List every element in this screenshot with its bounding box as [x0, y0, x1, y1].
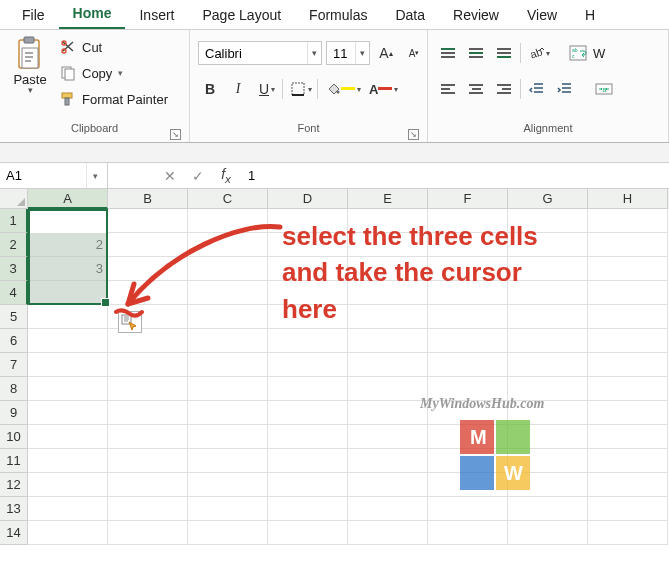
font-name-input[interactable] [199, 42, 307, 64]
cell[interactable] [188, 353, 268, 377]
copy-button[interactable]: Copy ▾ [58, 62, 170, 84]
cell[interactable] [348, 497, 428, 521]
wrap-text-button[interactable]: abc W [569, 41, 605, 65]
cell[interactable] [28, 281, 108, 305]
column-header-c[interactable]: C [188, 189, 268, 209]
borders-button[interactable]: ▾ [287, 77, 313, 101]
column-header-d[interactable]: D [268, 189, 348, 209]
cut-button[interactable]: Cut [58, 36, 170, 58]
cell[interactable] [188, 209, 268, 233]
row-header[interactable]: 5 [0, 305, 28, 329]
tab-data[interactable]: Data [381, 1, 439, 29]
cell[interactable] [428, 521, 508, 545]
cell[interactable] [588, 401, 668, 425]
row-header[interactable]: 6 [0, 329, 28, 353]
orientation-button[interactable]: ab ▾ [525, 41, 551, 65]
tab-file[interactable]: File [8, 1, 59, 29]
font-size-select[interactable]: ▾ [326, 41, 370, 65]
column-header-e[interactable]: E [348, 189, 428, 209]
align-middle-button[interactable] [464, 41, 488, 65]
row-header[interactable]: 7 [0, 353, 28, 377]
cell[interactable] [508, 377, 588, 401]
cell[interactable] [188, 497, 268, 521]
increase-indent-button[interactable] [553, 77, 577, 101]
cell[interactable] [108, 257, 188, 281]
cell[interactable] [508, 473, 588, 497]
row-header[interactable]: 2 [0, 233, 28, 257]
cell[interactable] [588, 233, 668, 257]
cell[interactable] [108, 497, 188, 521]
tab-review[interactable]: Review [439, 1, 513, 29]
cell[interactable] [28, 353, 108, 377]
tab-home[interactable]: Home [59, 0, 126, 29]
cell[interactable] [268, 401, 348, 425]
align-top-button[interactable] [436, 41, 460, 65]
column-header-g[interactable]: G [508, 189, 588, 209]
tab-formulas[interactable]: Formulas [295, 1, 381, 29]
row-header[interactable]: 10 [0, 425, 28, 449]
cell[interactable] [28, 377, 108, 401]
row-header[interactable]: 14 [0, 521, 28, 545]
cell[interactable] [188, 425, 268, 449]
cancel-formula-button[interactable]: ✕ [156, 163, 184, 188]
row-header[interactable]: 8 [0, 377, 28, 401]
cell[interactable] [28, 401, 108, 425]
cell[interactable] [588, 449, 668, 473]
row-header[interactable]: 13 [0, 497, 28, 521]
cell[interactable] [108, 401, 188, 425]
column-header-a[interactable]: A [28, 189, 108, 209]
enter-formula-button[interactable]: ✓ [184, 163, 212, 188]
cell[interactable] [508, 329, 588, 353]
cell[interactable] [268, 353, 348, 377]
cell[interactable] [588, 425, 668, 449]
cell[interactable] [588, 305, 668, 329]
column-header-f[interactable]: F [428, 189, 508, 209]
cell[interactable] [428, 425, 508, 449]
autofill-options-button[interactable] [118, 311, 142, 333]
cell[interactable] [588, 209, 668, 233]
cell[interactable] [188, 233, 268, 257]
tab-more[interactable]: H [571, 1, 609, 29]
cell[interactable] [348, 425, 428, 449]
cell[interactable] [428, 449, 508, 473]
cell[interactable] [108, 233, 188, 257]
cell[interactable] [188, 257, 268, 281]
cell[interactable] [348, 377, 428, 401]
merge-center-button[interactable]: a [595, 77, 613, 101]
column-header-b[interactable]: B [108, 189, 188, 209]
cell[interactable] [588, 353, 668, 377]
cell[interactable] [268, 377, 348, 401]
cell[interactable] [188, 305, 268, 329]
cell[interactable] [268, 521, 348, 545]
cell[interactable] [508, 521, 588, 545]
cell[interactable] [28, 473, 108, 497]
cell[interactable] [188, 329, 268, 353]
cell[interactable] [108, 449, 188, 473]
font-dialog-launcher[interactable]: ↘ [408, 129, 419, 140]
row-header[interactable]: 3 [0, 257, 28, 281]
cell[interactable] [508, 401, 588, 425]
font-name-select[interactable]: ▾ [198, 41, 322, 65]
cell[interactable] [28, 425, 108, 449]
italic-button[interactable]: I [226, 77, 250, 101]
cell[interactable] [348, 473, 428, 497]
font-size-input[interactable] [327, 42, 355, 64]
cell[interactable] [28, 497, 108, 521]
cell[interactable] [268, 473, 348, 497]
align-center-button[interactable] [464, 77, 488, 101]
cell[interactable] [428, 473, 508, 497]
cell-a1[interactable]: 1 [28, 209, 108, 233]
underline-button[interactable]: U▾ [254, 77, 278, 101]
cell[interactable] [28, 305, 108, 329]
align-bottom-button[interactable] [492, 41, 516, 65]
cell[interactable] [188, 377, 268, 401]
font-color-button[interactable]: A ▾ [366, 77, 399, 101]
cell[interactable] [108, 521, 188, 545]
cell[interactable] [108, 473, 188, 497]
cell[interactable] [588, 521, 668, 545]
cell[interactable] [28, 329, 108, 353]
bold-button[interactable]: B [198, 77, 222, 101]
paste-button[interactable]: Paste ▾ [8, 34, 52, 95]
fill-color-button[interactable]: ▾ [322, 77, 362, 101]
cell[interactable] [188, 473, 268, 497]
